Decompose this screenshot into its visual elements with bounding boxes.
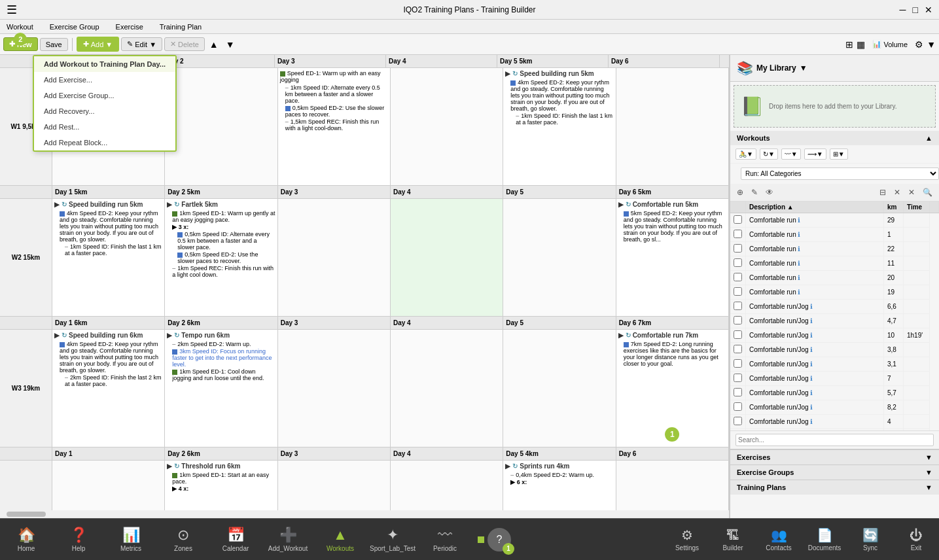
add-exercise-group-item[interactable]: Add Exercise Group... [34, 88, 175, 103]
taskbar-sport-lab[interactable]: ✦ Sport_Lab_Test [366, 523, 419, 555]
row-checkbox[interactable] [734, 417, 742, 425]
delete-icon[interactable]: ✕ [891, 186, 904, 199]
delete-button[interactable]: ✕ Delete [164, 37, 205, 51]
table-row[interactable]: Comfortable run/Jog ℹ 5,7 [730, 386, 939, 400]
table-row[interactable]: Comfortable run ℹ 19 [730, 285, 939, 300]
w4d5-title[interactable]: ▶ ↻ Sprints run 4km [505, 463, 613, 470]
table-row[interactable]: Comfortable run ℹ 1 [730, 228, 939, 242]
menu-workout[interactable]: Workout [3, 22, 37, 32]
row-checkbox[interactable] [734, 244, 742, 253]
add-repeat-block-item[interactable]: Add Repeat Block... [34, 135, 175, 150]
info-icon[interactable]: ℹ [810, 389, 813, 396]
add-exercise-item[interactable]: Add Exercise... [34, 72, 175, 88]
table-row[interactable]: Comfortable run/Jog ℹ 4,7 [730, 314, 939, 328]
row-checkbox[interactable] [734, 345, 742, 353]
table-row[interactable]: Comfortable run ℹ 11 [730, 256, 939, 271]
save-button[interactable]: Save [40, 38, 68, 51]
w4-day3[interactable] [278, 461, 391, 510]
row-checkbox[interactable] [734, 302, 742, 310]
add-recovery-item[interactable]: Add Recovery... [34, 103, 175, 119]
horizontal-scrollbar[interactable] [0, 510, 729, 518]
table-row[interactable]: Comfortable run/Jog ℹ 4 [730, 415, 939, 429]
bike-filter[interactable]: 〰▼ [781, 149, 801, 160]
view-workout-icon[interactable]: 👁 [762, 186, 777, 199]
time-header[interactable]: Time [904, 201, 930, 213]
training-plans-header[interactable]: Training Plans ▼ [730, 480, 939, 495]
info-icon[interactable]: ℹ [810, 418, 813, 425]
w1-day3[interactable]: Speed ED-1: Warm up with an easy jogging… [278, 68, 391, 185]
w2d6-title[interactable]: ▶ ↻ Comfortable run 5km [618, 201, 726, 208]
w2-day5[interactable] [503, 199, 616, 316]
add-rest-item[interactable]: Add Rest... [34, 119, 175, 135]
taskbar-add-workout[interactable]: ➕ Add_Workout [262, 523, 314, 555]
exercises-header[interactable]: Exercises ▼ [730, 450, 939, 464]
edit-button[interactable]: ✎ Edit ▼ [121, 37, 162, 51]
table-row[interactable]: Comfortable run ℹ 29 [730, 213, 939, 228]
category-select[interactable]: Run: All Categories [741, 167, 939, 180]
info-icon[interactable]: ℹ [798, 245, 800, 253]
w4-day1[interactable] [52, 461, 165, 510]
profile-area[interactable]: ? 1 [487, 528, 511, 551]
row-checkbox[interactable] [734, 330, 742, 339]
row-checkbox[interactable] [734, 273, 742, 281]
w3-day3[interactable] [278, 330, 391, 447]
taskbar-help[interactable]: ❓ Help [52, 523, 105, 555]
row-checkbox[interactable] [734, 388, 742, 396]
w2-day6[interactable]: ▶ ↻ Comfortable run 5km 5km Speed ED-2: … [616, 199, 729, 316]
menu-training-plan[interactable]: Training Plan [156, 22, 205, 32]
taskbar-zones[interactable]: ⊙ Zones [157, 523, 209, 555]
exercise-groups-header[interactable]: Exercise Groups ▼ [730, 465, 939, 480]
w4-day4[interactable] [391, 461, 503, 510]
category-dropdown-wrapper[interactable]: Run: All Categories [730, 164, 939, 184]
taskbar-builder[interactable]: 🏗 Builder [710, 525, 756, 555]
menu-exercise[interactable]: Exercise [113, 22, 147, 32]
taskbar-sync[interactable]: 🔄 Sync [847, 524, 893, 555]
w3d2-title[interactable]: ▶ ↻ Tempo run 6km [167, 332, 275, 339]
filter-icon[interactable]: ⊟ [876, 186, 889, 199]
minimize-button[interactable]: ─ [900, 5, 906, 15]
info-icon[interactable]: ℹ [810, 303, 813, 310]
row-checkbox[interactable] [734, 258, 742, 267]
row-checkbox[interactable] [734, 215, 742, 224]
w2-day2[interactable]: ▶ ↻ Fartlek 5km 1km Speed ED-1: Warm up … [165, 199, 277, 316]
scroll-thumb[interactable] [7, 512, 46, 517]
library-drop-area[interactable]: 📗 Drop items here to add them to your Li… [734, 85, 936, 128]
search-input[interactable] [735, 434, 934, 446]
row-checkbox[interactable] [734, 230, 742, 238]
w2d2-title[interactable]: ▶ ↻ Fartlek 5km [167, 201, 275, 208]
run-filter[interactable]: 🚴▼ [735, 149, 756, 160]
w2-day3[interactable] [278, 199, 391, 316]
search-icon[interactable]: 🔍 [919, 186, 936, 199]
info-icon[interactable]: ℹ [810, 346, 813, 353]
w3d1-title[interactable]: ▶ ↻ Speed building run 6km [54, 332, 162, 339]
w3-day2[interactable]: ▶ ↻ Tempo run 6km –2km Speed ED-2: Warm … [165, 330, 277, 447]
table-row[interactable]: Comfortable run/Jog ℹ 8,2 [730, 400, 939, 415]
other-filter[interactable]: ⟿▼ [804, 149, 826, 160]
table-row[interactable]: Comfortable run/Jog ℹ 6,6 [730, 300, 939, 314]
w3-day1[interactable]: ▶ ↻ Speed building run 6km 4km Speed ED-… [52, 330, 165, 447]
table-row[interactable]: Comfortable run ℹ 20 [730, 271, 939, 285]
table-row[interactable]: Comfortable run/Jog ℹ 7 [730, 372, 939, 386]
w4-day2[interactable]: ▶ ↻ Threshold run 6km 1km Speed ED-1: St… [165, 461, 277, 510]
description-header[interactable]: Description ▲ [746, 201, 884, 213]
workouts-section-header[interactable]: Workouts ▲ [730, 131, 939, 145]
view-icon-2[interactable]: ▦ [857, 39, 865, 50]
info-icon[interactable]: ℹ [798, 289, 800, 296]
taskbar-periodic[interactable]: 〰 Periodic [419, 523, 471, 555]
taskbar-metrics[interactable]: 📊 Metrics [105, 523, 157, 555]
taskbar-contacts[interactable]: 👥 Contacts [756, 524, 802, 555]
volume-button[interactable]: 📊 Volume [868, 39, 912, 50]
maximize-button[interactable]: □ [913, 5, 918, 15]
info-icon[interactable]: ℹ [798, 231, 800, 238]
w4d2-title[interactable]: ▶ ↻ Threshold run 6km [167, 463, 275, 470]
w3-day6[interactable]: ▶ ↻ Comfortable run 7km 7km Speed ED-2: … [616, 330, 729, 447]
info-icon[interactable]: ℹ [810, 317, 813, 324]
info-icon[interactable]: ℹ [810, 375, 813, 382]
taskbar-documents[interactable]: 📄 Documents [802, 524, 847, 555]
info-icon[interactable]: ℹ [798, 260, 800, 267]
w1-day5[interactable]: ▶ ↻ Speed building run 5km 4km Speed ED-… [503, 68, 616, 185]
w1-day4[interactable] [391, 68, 503, 185]
w3-day5[interactable] [503, 330, 616, 447]
add-workout-icon[interactable]: ⊕ [734, 186, 747, 199]
down-arrow-btn[interactable]: ▼ [223, 38, 238, 51]
